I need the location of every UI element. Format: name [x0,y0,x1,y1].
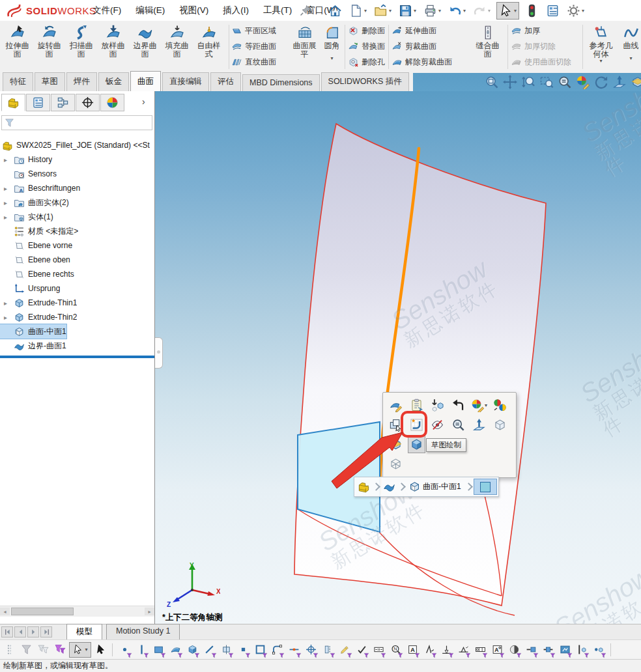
lofted-surface-button[interactable]: 放样曲面 [97,23,129,71]
thickened-cut-button[interactable]: 加厚切除 [511,38,571,54]
tree-item-material[interactable]: ▸ 材质 <未指定> [0,224,78,238]
separator[interactable] [112,643,113,656]
filter-weld-symbols-button[interactable] [455,642,471,658]
tab-mbd-dimensions[interactable]: MBD Dimensions [242,74,320,91]
appearances-button[interactable] [470,397,488,414]
replace-face-button[interactable]: 替换面 [348,38,385,54]
swept-surface-button[interactable]: 扫描曲面 [65,23,97,71]
dropdown-caret[interactable]: ▾ [330,56,333,61]
filter-annotation-views-button[interactable] [489,642,505,658]
fillet-button[interactable]: 圆角 ▾ [316,23,348,71]
tree-item-sensors[interactable]: ▸ Sensors [0,167,57,181]
scroll-left-button[interactable]: ◂ [0,608,10,615]
appearance-callout-button[interactable] [491,397,509,414]
zoom-in-out-button[interactable] [521,75,535,89]
redo-button[interactable]: ▾ [472,3,492,19]
dropdown-caret[interactable]: ▾ [582,8,584,14]
filter-clear-button[interactable] [18,642,34,658]
knit-surface-button[interactable]: 缝合曲面 [472,23,504,71]
magnified-selection-button[interactable] [558,75,572,89]
hide-button[interactable] [429,416,446,434]
tab-features[interactable]: 特征 [3,72,33,91]
tab-surfaces[interactable]: 曲面 [130,71,161,91]
tree-item-extrude-thin1[interactable]: ▸ Extrude-Thin1 [0,296,77,310]
planar-surface-button[interactable]: 平面区域 [231,23,276,38]
isolate-button[interactable] [429,397,446,414]
expand-arrow[interactable]: ▸ [4,314,14,321]
breadcrumb-part-icon[interactable] [356,479,371,494]
tree-item-annotations[interactable]: ▸ Beschriftungen [0,181,80,195]
tab-dimxpertmanager[interactable] [76,94,100,111]
breadcrumb-feature-label[interactable]: 曲面-中面1 [423,481,461,492]
view-orientation-button[interactable] [491,416,509,434]
delete-face-button[interactable]: 删除面 [348,23,385,38]
filter-faces-button[interactable] [150,642,166,658]
lasso-select-button[interactable] [93,642,108,658]
tab-scroll-last[interactable] [40,626,52,637]
tree-item-boundary-surface1[interactable]: ▸ 边界-曲面1 [0,339,66,353]
dropdown-caret[interactable]: ▾ [514,8,517,14]
tab-direct-editing[interactable]: 直接编辑 [162,72,209,91]
tree-item-solid-bodies[interactable]: ▸ 实体(1) [0,210,53,224]
rotate-view-button[interactable] [594,75,608,89]
reference-geometry-button[interactable]: 参考几何体 ▾ [585,23,617,71]
breadcrumb-body-icon[interactable] [381,479,397,494]
filter-surface-bodies-button[interactable] [167,642,183,658]
rebuild-button[interactable]: ▾ [524,3,540,19]
filter-midpoints-button[interactable] [286,642,302,658]
expand-arrow[interactable]: ▸ [4,214,14,221]
expand-arrow[interactable]: ▸ [4,156,14,163]
tab-scroll-first[interactable] [1,626,13,637]
thicken-button[interactable]: 加厚 [511,23,571,38]
separator-end[interactable] [610,643,611,656]
menu-file[interactable]: 文件(F) [87,2,127,19]
dropdown-caret[interactable]: ▾ [599,59,602,64]
dropdown-caret[interactable]: ▾ [364,8,367,14]
tab-featuremanager[interactable] [1,94,25,111]
tab-weldments[interactable]: 焊件 [66,72,97,91]
tab-propertymanager[interactable] [26,94,50,111]
extruded-surface-button[interactable]: 拉伸曲面 [1,23,33,71]
dropdown-caret[interactable]: ▾ [389,8,392,14]
tab-model[interactable]: 模型 [66,624,102,640]
tree-item-surface-bodies[interactable]: ▸ 曲面实体(2) [0,195,69,210]
normal-to-button[interactable] [612,75,627,89]
filter-dimensions-button[interactable] [371,642,386,658]
curves-button[interactable]: 曲线 ▾ [615,23,641,71]
filled-surface-button[interactable]: 填充曲面 [161,23,193,71]
filter-sketch-segments-button[interactable] [201,642,217,658]
filter-blocks-button[interactable] [557,642,573,658]
tree-item-front-plane[interactable]: ▸ Ebene vorne [0,238,72,253]
tree-filter-input[interactable] [1,115,152,130]
expand-arrow[interactable]: ▸ [4,185,14,192]
filter-sketch-contours-button[interactable] [252,642,268,658]
untrim-surface-button[interactable]: 解除剪裁曲面 [392,54,452,70]
tree-root[interactable]: ▸ SWX2025_Fillet_JOE (Standard) <<St [0,138,150,152]
filter-annotations-button[interactable] [405,642,420,658]
expand-arrow[interactable]: ▸ [4,300,14,307]
boundary-surface-button[interactable]: 边界曲面 [129,23,161,71]
pin-icon[interactable] [300,5,311,16]
display-style-button[interactable] [408,436,425,453]
filter-connection-points-button[interactable] [523,642,539,658]
tab-configurationmanager[interactable] [51,94,75,111]
extend-surface-button[interactable]: 延伸曲面 [392,23,452,38]
filter-notes-button[interactable] [388,642,403,658]
menu-tools[interactable]: 工具(T) [257,2,298,19]
panel-splitter-handle[interactable] [155,337,163,369]
cut-with-surface-button[interactable]: 使用曲面切除 [511,54,571,70]
tab-sheet-metal[interactable]: 钣金 [98,72,129,91]
tree-item-top-plane[interactable]: ▸ Ebene oben [0,253,70,267]
filter-center-marks-button[interactable] [303,642,319,658]
tab-sketch[interactable]: 草图 [35,72,65,91]
zoom-to-selection-button[interactable] [449,416,467,434]
toolbar-drag-handle[interactable] [1,642,17,658]
home-button[interactable]: ▾ [327,3,343,19]
section-view-button[interactable] [631,75,641,89]
filter-clear-all-button[interactable] [35,642,51,658]
back-arrow-button[interactable] [449,397,467,414]
edit-feature-button[interactable] [387,397,405,414]
dropdown-caret[interactable]: ▾ [438,8,441,14]
tree-item-extrude-thin2[interactable]: ▸ Extrude-Thin2 [0,310,77,324]
expand-arrow[interactable]: ▸ [4,199,14,206]
